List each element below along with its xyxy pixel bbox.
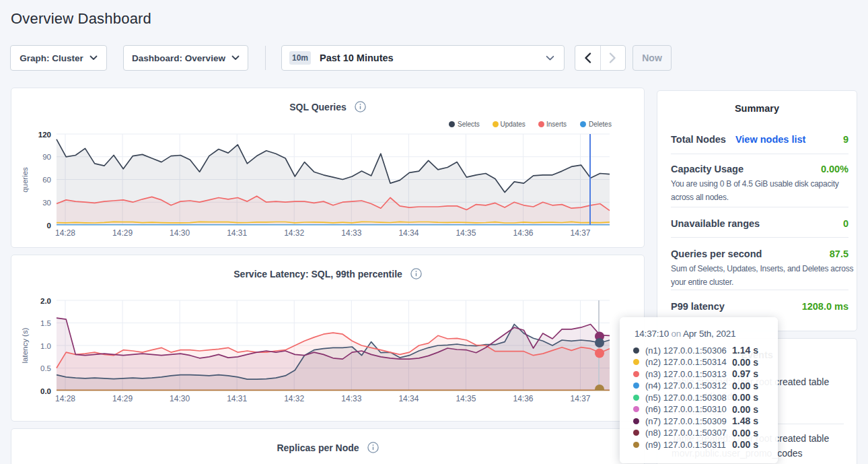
- svg-text:14:34: 14:34: [398, 394, 419, 403]
- svg-text:14:32: 14:32: [284, 394, 304, 403]
- svg-text:queries: queries: [21, 167, 29, 193]
- svg-text:14:33: 14:33: [341, 228, 361, 238]
- svg-text:14:37: 14:37: [570, 228, 590, 238]
- svg-text:14:29: 14:29: [112, 394, 133, 403]
- svg-text:latency (s): latency (s): [21, 327, 29, 363]
- svg-text:14:30: 14:30: [170, 228, 190, 238]
- svg-text:14:28: 14:28: [55, 228, 75, 238]
- svg-text:14:34: 14:34: [398, 228, 419, 238]
- svg-text:30: 30: [42, 199, 51, 207]
- svg-text:0.0: 0.0: [40, 387, 51, 395]
- svg-text:14:35: 14:35: [456, 228, 476, 238]
- svg-text:14:35: 14:35: [456, 394, 476, 403]
- svg-text:0.5: 0.5: [40, 364, 51, 372]
- svg-text:90: 90: [42, 153, 51, 161]
- svg-text:120: 120: [38, 131, 51, 139]
- svg-text:60: 60: [42, 176, 51, 184]
- svg-text:14:31: 14:31: [227, 394, 247, 403]
- svg-text:2.0: 2.0: [40, 297, 51, 305]
- svg-text:14:36: 14:36: [513, 228, 533, 238]
- svg-text:14:30: 14:30: [170, 394, 190, 403]
- svg-text:1.0: 1.0: [40, 342, 51, 350]
- svg-text:14:29: 14:29: [112, 228, 133, 238]
- svg-text:14:31: 14:31: [227, 228, 247, 238]
- svg-text:14:37: 14:37: [570, 394, 590, 403]
- svg-text:0: 0: [47, 222, 51, 230]
- svg-text:14:33: 14:33: [341, 394, 361, 403]
- svg-text:14:32: 14:32: [284, 228, 304, 238]
- svg-text:14:28: 14:28: [55, 394, 75, 403]
- svg-text:14:36: 14:36: [513, 394, 533, 403]
- svg-text:1.5: 1.5: [40, 319, 51, 327]
